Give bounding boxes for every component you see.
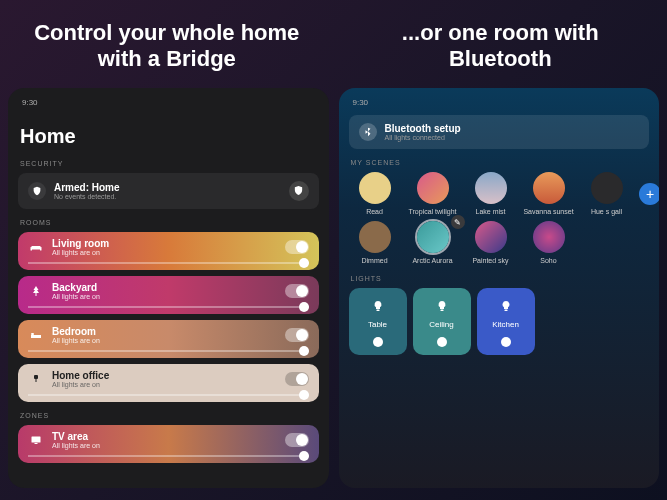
light-toggle[interactable] — [373, 337, 383, 347]
svg-rect-3 — [36, 293, 37, 296]
room-card-home-office[interactable]: Home office All lights are on — [18, 364, 319, 402]
section-security-label: SECURITY — [20, 160, 319, 167]
svg-rect-11 — [440, 310, 443, 312]
svg-rect-0 — [32, 246, 41, 250]
svg-rect-12 — [504, 310, 507, 312]
scene-painted-sky[interactable]: Painted sky — [465, 221, 517, 265]
room-toggle[interactable] — [285, 328, 309, 342]
room-title: Backyard — [52, 282, 277, 293]
brightness-slider[interactable] — [28, 394, 309, 396]
pencil-icon[interactable]: ✎ — [451, 215, 465, 229]
section-lights-label: LIGHTS — [351, 275, 650, 282]
svg-rect-6 — [34, 375, 38, 379]
room-card-tv-area[interactable]: TV area All lights are on — [18, 425, 319, 463]
section-rooms-label: ROOMS — [20, 219, 319, 226]
bluetooth-sub: All lights connected — [385, 134, 640, 141]
scene-label: Painted sky — [465, 257, 517, 265]
svg-rect-2 — [40, 247, 42, 251]
room-sub: All lights are on — [52, 442, 277, 449]
scene-orb — [359, 221, 391, 253]
scene-orb — [475, 221, 507, 253]
tree-icon — [28, 283, 44, 299]
brightness-slider[interactable] — [28, 455, 309, 457]
screen-bridge: 9:30 Home SECURITY Armed: Home No events… — [8, 88, 329, 488]
svg-rect-7 — [36, 379, 37, 382]
room-card-living-room[interactable]: Living room All lights are on — [18, 232, 319, 270]
status-time: 9:30 — [18, 96, 319, 115]
room-sub: All lights are on — [52, 249, 277, 256]
security-sub: No events detected. — [54, 193, 281, 200]
section-scenes-label: MY SCENES — [351, 159, 650, 166]
scene-label: Lake mist — [465, 208, 517, 216]
scene-orb — [417, 221, 449, 253]
scene-label: Read — [349, 208, 401, 216]
light-label: Ceiling — [419, 320, 465, 329]
svg-rect-5 — [31, 333, 34, 335]
chair-icon — [28, 371, 44, 387]
scene-soho[interactable]: Soho — [523, 221, 575, 265]
room-card-backyard[interactable]: Backyard All lights are on — [18, 276, 319, 314]
scene-arctic-aurora[interactable]: Arctic Aurora ✎ — [407, 221, 459, 265]
bluetooth-card[interactable]: Bluetooth setup All lights connected — [349, 115, 650, 149]
room-toggle[interactable] — [285, 372, 309, 386]
room-title: Living room — [52, 238, 277, 249]
light-toggle[interactable] — [501, 337, 511, 347]
scene-label: Savanna sunset — [523, 208, 575, 216]
bluetooth-icon — [359, 123, 377, 141]
scene-orb — [417, 172, 449, 204]
room-toggle[interactable] — [285, 240, 309, 254]
light-label: Kitchen — [483, 320, 529, 329]
room-toggle[interactable] — [285, 433, 309, 447]
scene-tropical-twilight[interactable]: Tropical twilight — [407, 172, 459, 216]
scene-orb — [475, 172, 507, 204]
room-sub: All lights are on — [52, 381, 277, 388]
room-toggle[interactable] — [285, 284, 309, 298]
svg-rect-8 — [32, 436, 41, 442]
brightness-slider[interactable] — [28, 262, 309, 264]
bulb-icon — [496, 296, 516, 316]
light-label: Table — [355, 320, 401, 329]
bulb-icon — [432, 296, 452, 316]
bulb-icon — [368, 296, 388, 316]
brightness-slider[interactable] — [28, 350, 309, 352]
light-table[interactable]: Table — [349, 288, 407, 355]
scene-orb — [533, 221, 565, 253]
room-title: Bedroom — [52, 326, 277, 337]
couch-icon — [28, 239, 44, 255]
scene-label: Tropical twilight — [407, 208, 459, 216]
scene-orb — [591, 172, 623, 204]
svg-rect-9 — [35, 443, 38, 444]
bed-icon — [28, 327, 44, 343]
headline-right: ...or one room with Bluetooth — [334, 20, 668, 73]
scene-lake-mist[interactable]: Lake mist — [465, 172, 517, 216]
light-toggle[interactable] — [437, 337, 447, 347]
room-title: Home office — [52, 370, 277, 381]
scene-orb — [359, 172, 391, 204]
brightness-slider[interactable] — [28, 306, 309, 308]
svg-rect-1 — [31, 247, 33, 251]
headline-left: Control your whole home with a Bridge — [0, 20, 334, 73]
light-kitchen[interactable]: Kitchen — [477, 288, 535, 355]
room-sub: All lights are on — [52, 337, 277, 344]
tv-icon — [28, 432, 44, 448]
scene-label: Hue s gall — [581, 208, 633, 216]
room-title: TV area — [52, 431, 277, 442]
page-title: Home — [20, 125, 319, 148]
scene-label: Arctic Aurora — [407, 257, 459, 265]
scene-read[interactable]: Read — [349, 172, 401, 216]
shield-icon — [28, 182, 46, 200]
room-card-bedroom[interactable]: Bedroom All lights are on — [18, 320, 319, 358]
svg-rect-4 — [31, 335, 41, 338]
scene-label: Soho — [523, 257, 575, 265]
scene-orb — [533, 172, 565, 204]
svg-rect-10 — [376, 310, 379, 312]
scene-dimmed[interactable]: Dimmed — [349, 221, 401, 265]
scene-savanna-sunset[interactable]: Savanna sunset — [523, 172, 575, 216]
security-card[interactable]: Armed: Home No events detected. — [18, 173, 319, 209]
add-scene-button[interactable]: + — [639, 183, 659, 205]
security-status-icon[interactable] — [289, 181, 309, 201]
status-time-right: 9:30 — [349, 96, 650, 115]
light-ceiling[interactable]: Ceiling — [413, 288, 471, 355]
security-title: Armed: Home — [54, 182, 281, 193]
scene-hue-s-gall[interactable]: Hue s gall — [581, 172, 633, 216]
